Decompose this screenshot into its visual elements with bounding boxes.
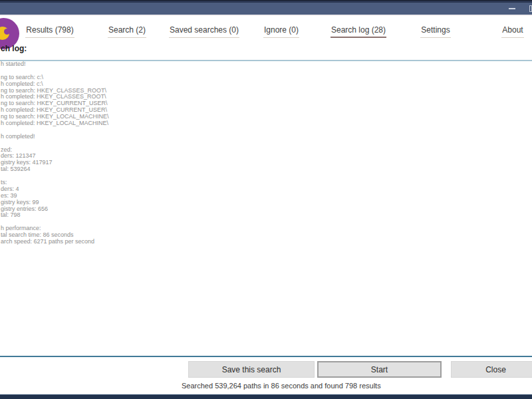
maximize-icon: [529, 5, 532, 12]
bottom-bar: [0, 394, 532, 399]
log-line: h completed!: [0, 134, 532, 140]
log-line: h completed: HKEY_CURRENT_USER\: [0, 107, 532, 114]
tab-saved-searches[interactable]: Saved searches (0): [166, 25, 243, 43]
log-line: zed:: [0, 147, 532, 154]
log-line: h performance:: [0, 225, 532, 232]
tab-search-log[interactable]: Search log (28): [320, 25, 397, 43]
log-line: [0, 140, 532, 147]
footer-separator: [0, 356, 532, 357]
log-line: gistry keys: 417917: [0, 160, 532, 166]
log-line: h completed: HKEY_LOCAL_MACHINE\: [0, 120, 532, 127]
close-button[interactable]: Close: [451, 361, 532, 378]
log-line: ng to search: HKEY_LOCAL_MACHINE\: [0, 114, 532, 120]
title-bar: [0, 3, 532, 15]
log-line: ders: 4: [0, 186, 532, 193]
status-text: Searched 539,264 paths in 86 seconds and…: [182, 382, 381, 390]
log-line: gistry keys: 99: [0, 200, 532, 206]
log-line: es: 39: [0, 193, 532, 200]
log-line: h started!: [0, 61, 532, 68]
log-line: tal search time: 86 seconds: [0, 232, 532, 239]
log-line: h completed: HKEY_CLASSES_ROOT\: [0, 94, 532, 100]
tab-results[interactable]: Results (798): [11, 25, 88, 43]
title-bar-bottom-line: [0, 15, 532, 16]
log-line: tal: 539264: [0, 166, 532, 173]
log-line: [0, 173, 532, 180]
search-log-panel[interactable]: h started! ng to search: c:\ h completed…: [0, 60, 532, 357]
minimize-icon: [509, 8, 515, 9]
save-this-search-button[interactable]: Save this search: [188, 361, 315, 378]
log-line: ng to search: HKEY_CURRENT_USER\: [0, 100, 532, 107]
tab-about[interactable]: About: [474, 25, 532, 43]
maximize-button[interactable]: [524, 3, 532, 15]
log-line: [0, 68, 532, 74]
app-logo-notch: [4, 29, 10, 35]
tab-ignore[interactable]: Ignore (0): [243, 25, 320, 43]
log-line: arch speed: 6271 paths per second: [0, 239, 532, 245]
tab-search[interactable]: Search (2): [88, 25, 166, 43]
log-line: h completed: c:\: [0, 81, 532, 88]
log-line: [0, 219, 532, 225]
log-line: gistry entries: 656: [0, 206, 532, 213]
log-line: ng to search: HKEY_CLASSES_ROOT\: [0, 88, 532, 94]
log-line: ders: 121347: [0, 153, 532, 160]
page-title: ch log:: [1, 44, 27, 53]
tab-settings[interactable]: Settings: [397, 25, 474, 43]
log-line: tal: 798: [0, 212, 532, 219]
tab-bar: Results (798) Search (2) Saved searches …: [11, 25, 532, 43]
log-line: ng to search: c:\: [0, 74, 532, 81]
start-button[interactable]: Start: [317, 361, 442, 378]
minimize-button[interactable]: [503, 3, 521, 15]
log-line: ts:: [0, 180, 532, 186]
log-line: [0, 127, 532, 134]
